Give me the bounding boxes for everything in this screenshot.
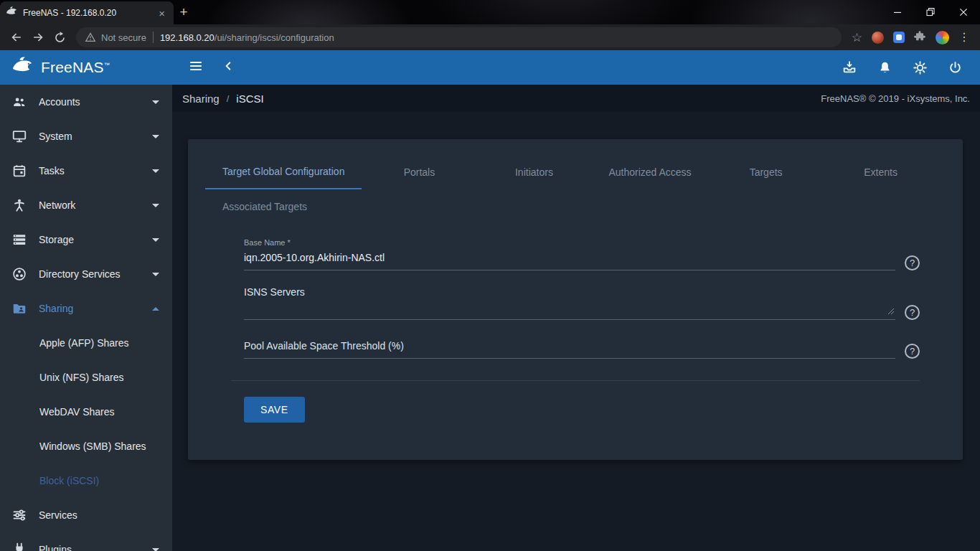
settings-gear-icon[interactable] xyxy=(912,60,928,75)
url-path: /ui/sharing/iscsi/configuration xyxy=(215,32,334,43)
refresh-icon[interactable] xyxy=(49,27,70,48)
content-area: Target Global Configuration Portals Init… xyxy=(172,112,980,551)
sidebar-item-tasks[interactable]: Tasks xyxy=(0,154,172,188)
extensions-puzzle-icon[interactable] xyxy=(914,30,926,45)
freenas-app: FreeNAS™ xyxy=(0,50,980,551)
sidebar-item-storage[interactable]: Storage xyxy=(0,222,172,257)
new-tab-button[interactable]: + xyxy=(174,3,194,22)
sidebar-item-label: WebDAV Shares xyxy=(39,406,159,418)
brand-name: FreeNAS™ xyxy=(41,59,110,76)
task-manager-tray-icon[interactable] xyxy=(842,60,857,75)
help-icon[interactable]: ? xyxy=(905,305,920,320)
window-controls xyxy=(881,0,980,24)
resize-grip-icon[interactable] xyxy=(887,305,895,318)
main-area: Sharing / iSCSI FreeNAS® © 2019 - iXsyst… xyxy=(172,85,980,551)
breadcrumb-section[interactable]: Sharing xyxy=(182,93,220,105)
sidebar-item-label: Block (iSCSI) xyxy=(39,475,159,486)
copyright-text: FreeNAS® © 2019 - iXsystems, Inc. xyxy=(821,93,970,104)
security-label: Not secure xyxy=(101,32,146,43)
trademark: ™ xyxy=(104,62,110,68)
omnibox-divider xyxy=(153,32,154,43)
chevron-down-icon xyxy=(152,204,159,207)
base-name-label: Base Name * xyxy=(244,238,895,247)
sidebar: Accounts System Tasks xyxy=(0,85,172,551)
notifications-bell-icon[interactable] xyxy=(877,60,892,75)
group-work-icon xyxy=(11,266,27,282)
freenas-logo-icon xyxy=(10,55,34,80)
url-bar[interactable]: Not secure 192.168.0.20/ui/sharing/iscsi… xyxy=(76,27,842,47)
tab-target-global-configuration[interactable]: Target Global Configuration xyxy=(205,155,362,189)
sidebar-item-smb-shares[interactable]: Windows (SMB) Shares xyxy=(0,429,172,463)
browser-addressbar: Not secure 192.168.0.20/ui/sharing/iscsi… xyxy=(0,24,980,50)
warning-triangle-icon xyxy=(85,32,96,43)
target-global-config-form: Base Name * ? ISNS Servers xyxy=(188,238,963,423)
browser-titlebar: FreeNAS - 192.168.0.20 × + xyxy=(0,0,980,24)
tab-title: FreeNAS - 192.168.0.20 xyxy=(23,8,150,18)
sidebar-item-label: Windows (SMB) Shares xyxy=(39,441,159,452)
iscsi-tabs: Target Global Configuration Portals Init… xyxy=(188,155,963,224)
pool-threshold-row: ? xyxy=(244,340,920,359)
extension-icon-red[interactable] xyxy=(872,32,884,44)
profile-avatar[interactable] xyxy=(936,31,949,44)
form-divider xyxy=(231,380,920,381)
sidebar-item-directory-services[interactable]: Directory Services xyxy=(0,257,172,291)
help-icon[interactable]: ? xyxy=(905,344,920,359)
sidebar-item-afp-shares[interactable]: Apple (AFP) Shares xyxy=(0,326,172,360)
help-icon[interactable]: ? xyxy=(905,255,920,270)
breadcrumb: Sharing / iSCSI FreeNAS® © 2019 - iXsyst… xyxy=(172,85,980,112)
sidebar-item-plugins[interactable]: Plugins xyxy=(0,532,172,551)
sidebar-item-label: Tasks xyxy=(39,165,141,176)
security-chip[interactable]: Not secure xyxy=(85,32,146,43)
tab-row-1: Target Global Configuration Portals Init… xyxy=(205,155,946,189)
tab-row-2: Associated Targets xyxy=(205,189,946,224)
sidebar-item-nfs-shares[interactable]: Unix (NFS) Shares xyxy=(0,360,172,395)
sidebar-item-network[interactable]: Network xyxy=(0,188,172,222)
tab-associated-targets[interactable]: Associated Targets xyxy=(205,189,324,224)
base-name-field: Base Name * xyxy=(244,238,895,270)
browser-menu-dots-icon[interactable]: ⋮ xyxy=(958,32,970,43)
sidebar-item-system[interactable]: System xyxy=(0,119,172,154)
sidebar-toggle-icon[interactable] xyxy=(188,58,204,77)
freenas-logo[interactable]: FreeNAS™ xyxy=(0,55,172,80)
header-actions xyxy=(842,60,980,75)
pool-threshold-input[interactable] xyxy=(244,340,895,358)
power-icon[interactable] xyxy=(947,60,963,75)
sidebar-item-block-iscsi[interactable]: Block (iSCSI) xyxy=(0,463,172,498)
sidebar-item-services[interactable]: Services xyxy=(0,498,172,532)
forward-icon[interactable] xyxy=(27,27,49,48)
save-button[interactable]: SAVE xyxy=(244,397,305,423)
sidebar-item-accounts[interactable]: Accounts xyxy=(0,85,172,119)
bookmark-star-icon[interactable]: ☆ xyxy=(852,32,862,44)
close-window-icon[interactable] xyxy=(947,0,980,24)
tab-authorized-access[interactable]: Authorized Access xyxy=(591,155,708,189)
breadcrumb-separator: / xyxy=(227,93,230,104)
sidebar-item-sharing[interactable]: Sharing xyxy=(0,291,172,326)
url-host: 192.168.0.20 xyxy=(160,32,215,43)
chevron-down-icon xyxy=(152,169,159,173)
base-name-row: Base Name * ? xyxy=(244,238,920,270)
tab-extents[interactable]: Extents xyxy=(824,155,938,189)
extension-icon-blue[interactable] xyxy=(893,32,905,43)
tab-initiators[interactable]: Initiators xyxy=(476,155,591,189)
base-name-input[interactable] xyxy=(244,252,895,270)
monitor-icon xyxy=(11,128,27,144)
breadcrumb-page: iSCSI xyxy=(236,93,263,105)
sidebar-item-label: Unix (NFS) Shares xyxy=(39,372,159,383)
isns-servers-textarea[interactable] xyxy=(244,298,895,319)
chevron-down-icon xyxy=(152,238,159,242)
isns-servers-row: ISNS Servers ? xyxy=(244,286,920,320)
collapse-chevron-icon[interactable] xyxy=(222,60,235,75)
sidebar-item-label: Plugins xyxy=(39,544,141,551)
addressbar-actions: ☆ ⋮ xyxy=(847,30,974,45)
tab-portals[interactable]: Portals xyxy=(362,155,476,189)
folder-shared-icon xyxy=(11,301,27,316)
url-text: 192.168.0.20/ui/sharing/iscsi/configurat… xyxy=(160,32,334,43)
browser-tab[interactable]: FreeNAS - 192.168.0.20 × xyxy=(0,1,174,24)
restore-icon[interactable] xyxy=(914,0,947,24)
sidebar-item-webdav-shares[interactable]: WebDAV Shares xyxy=(0,395,172,429)
tab-targets[interactable]: Targets xyxy=(709,155,824,189)
chevron-down-icon xyxy=(152,273,159,276)
tab-close-icon[interactable]: × xyxy=(156,7,168,19)
minimize-icon[interactable] xyxy=(881,0,914,24)
back-icon[interactable] xyxy=(6,27,27,48)
